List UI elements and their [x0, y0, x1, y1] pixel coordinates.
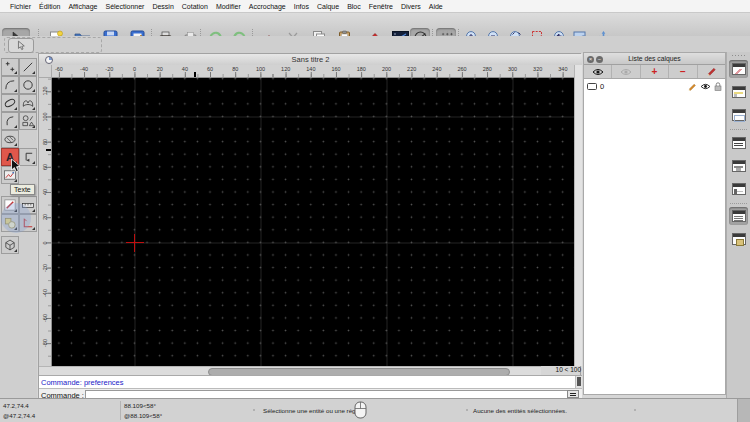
text-tool[interactable]: A [1, 148, 19, 166]
drawing-canvas[interactable] [52, 78, 574, 366]
menu-cotation[interactable]: Cotation [178, 3, 212, 10]
library-window-icon [732, 109, 746, 121]
menu-accrochage[interactable]: Accrochage [245, 3, 290, 10]
pen-window-icon [732, 160, 746, 172]
layer-edit-icon[interactable] [687, 82, 697, 92]
h-ruler-label: 340 [558, 66, 567, 72]
pointer-icon [17, 40, 25, 51]
coordinate-relative: @47.2,74.4 [3, 412, 35, 419]
v-ruler-label: 0 [40, 236, 50, 249]
polygons-tool[interactable] [19, 112, 37, 130]
layer-visible-icon[interactable] [700, 83, 711, 90]
canvas-horizontal-scrollbar[interactable] [39, 366, 541, 375]
resize-corner[interactable] [737, 399, 750, 422]
circles-tool[interactable] [19, 76, 37, 94]
v-ruler-cursor-marker [46, 149, 51, 151]
polar-absolute: 88.109<58° [124, 402, 156, 409]
v-ruler-label: 100 [40, 110, 50, 123]
h-ruler-label: 240 [432, 66, 441, 72]
menu-edition[interactable]: Édition [35, 3, 64, 10]
h-ruler-label: 40 [182, 66, 188, 72]
layer-panel-title: Liste des calques [584, 55, 725, 62]
modify-angle-tool[interactable] [19, 214, 37, 232]
h-ruler-label: 60 [207, 66, 213, 72]
menu-selectionner[interactable]: Sélectionner [101, 3, 148, 10]
splines-tool[interactable] [19, 94, 37, 112]
draw-order-tool[interactable] [1, 196, 19, 214]
polar-relative: @88.109<58° [124, 412, 162, 419]
hide-all-layers-button[interactable] [612, 65, 640, 78]
points-tool[interactable] [1, 58, 19, 76]
pointer-tool-button-secondary[interactable] [8, 38, 34, 53]
solid-3d-tool[interactable] [1, 236, 19, 254]
main-toolbar [0, 13, 750, 37]
tooltip: Texte [10, 184, 35, 195]
menu-fenetre[interactable]: Fenêtre [365, 3, 397, 10]
ellipses-tool[interactable] [1, 94, 19, 112]
dock-grip[interactable] [731, 54, 746, 57]
mouse-icon [354, 401, 367, 419]
show-all-layers-button[interactable] [584, 65, 612, 78]
menu-fichier[interactable]: Fichier [6, 3, 35, 10]
menu-bloc[interactable]: Bloc [343, 3, 365, 10]
hatch-tool[interactable] [1, 130, 19, 148]
h-ruler: -60-40-200204060801001201401601802002202… [52, 65, 574, 78]
menu-dessin[interactable]: Dessin [148, 3, 177, 10]
scrollbar-thumb[interactable] [577, 377, 581, 386]
v-ruler-label: 60 [40, 160, 50, 173]
command-options-button[interactable] [567, 390, 579, 398]
h-ruler-label: 180 [357, 66, 366, 72]
add-layer-button[interactable]: + [641, 65, 669, 78]
remove-layer-button[interactable]: − [669, 65, 697, 78]
menu-infos[interactable]: Infos [290, 3, 313, 10]
canvas-vertical-scrollbar[interactable] [574, 65, 582, 366]
menu-divers[interactable]: Divers [397, 3, 425, 10]
edit-layer-button[interactable] [698, 65, 725, 78]
menu-affichage[interactable]: Affichage [64, 3, 101, 10]
layer-lock-icon[interactable] [714, 82, 722, 91]
menu-calque[interactable]: Calque [313, 3, 343, 10]
dimensions-tool[interactable] [19, 148, 37, 166]
v-ruler-label: 120 [40, 85, 50, 98]
layer-panel-titlebar[interactable]: × − Liste des calques [584, 53, 725, 65]
command-options-toggle[interactable] [729, 134, 748, 152]
secondary-toolbar [0, 36, 750, 53]
blocks-tool[interactable] [1, 214, 19, 232]
h-ruler-label: 80 [232, 66, 238, 72]
layer-row[interactable]: 0 [584, 81, 725, 92]
polylines-tool[interactable] [1, 112, 19, 130]
v-ruler-label: 80 [40, 135, 50, 148]
library-browser-toggle[interactable] [729, 106, 748, 124]
cad-tool-palette: A [0, 53, 37, 398]
h-ruler-label: 280 [483, 66, 492, 72]
menu-modifier[interactable]: Modifier [212, 3, 245, 10]
command-line-toggle[interactable] [729, 207, 748, 225]
mouse-hint: Sélectionne une entité ou une région [263, 407, 364, 414]
layer-list-panel: × − Liste des calques + − 0 [583, 52, 726, 395]
h-ruler-label: 220 [407, 66, 416, 72]
snap-options-toggle[interactable] [729, 180, 748, 198]
h-ruler-label: 320 [533, 66, 542, 72]
coordinate-absolute: 47.2,74.4 [3, 402, 29, 409]
arcs-tool[interactable] [1, 76, 19, 94]
measure-tool[interactable] [19, 196, 37, 214]
dock-toggle-strip [726, 52, 750, 398]
layer-list-toggle[interactable] [729, 60, 748, 78]
block-list-window-icon [732, 86, 746, 98]
lines-tool[interactable] [19, 58, 37, 76]
pen-toolbar-toggle[interactable] [729, 157, 748, 175]
origin-cross [134, 234, 136, 252]
layer-panel-toolbar: + − [584, 65, 725, 79]
layer-color-box [587, 83, 597, 90]
h-ruler-label: 100 [256, 66, 265, 72]
command-history: Commande: preferences [39, 375, 582, 388]
clipboard-info-toggle[interactable] [729, 230, 748, 248]
block-list-toggle[interactable] [729, 83, 748, 101]
image-tool[interactable] [1, 166, 19, 184]
document-window: Sans titre 2 -60-40-20020406080100120140… [38, 53, 581, 398]
application-window: FichierÉditionAffichageSélectionnerDessi… [0, 0, 750, 422]
h-ruler-label: 120 [281, 66, 290, 72]
selection-status: Aucune des entités sélectionnées. [473, 407, 567, 414]
clipboard-window-icon [732, 233, 746, 245]
menu-aide[interactable]: Aide [425, 3, 447, 10]
